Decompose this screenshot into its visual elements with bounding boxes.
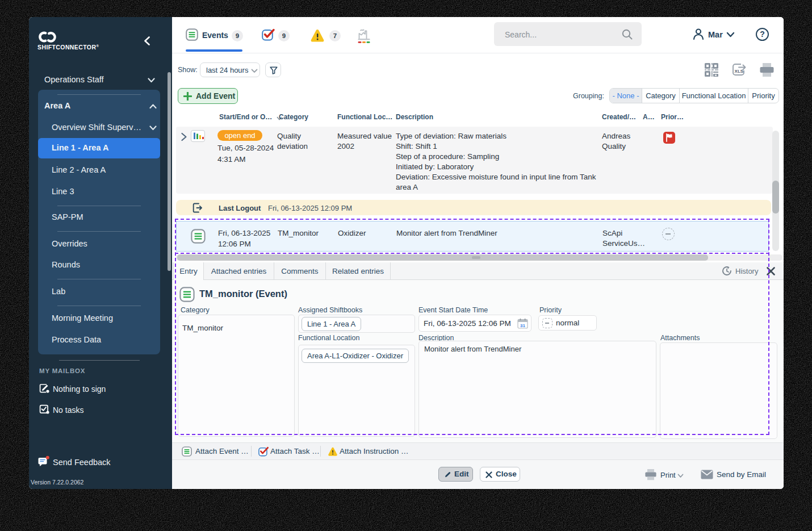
user-name[interactable]: Mar bbox=[708, 30, 723, 39]
column-header-category[interactable]: Category bbox=[279, 113, 308, 121]
close-button[interactable]: Close bbox=[480, 467, 520, 482]
edit-button[interactable]: Edit bbox=[438, 467, 473, 482]
tab-tasks[interactable] bbox=[262, 28, 275, 41]
description-field[interactable]: Monitor alert from TrendMiner bbox=[418, 341, 656, 438]
sidebar-item-sap-pm[interactable]: SAP-PM bbox=[52, 212, 83, 221]
collapse-sidebar-icon[interactable] bbox=[144, 36, 150, 45]
attachments-field[interactable] bbox=[660, 342, 777, 439]
tab-instructions[interactable] bbox=[310, 29, 325, 42]
tab-comments[interactable]: Comments bbox=[274, 262, 326, 279]
selected-created-by-1: ScApi bbox=[602, 228, 622, 239]
sidebar-item-overview-shift-supervisor[interactable]: Overview Shift Superv… bbox=[52, 123, 141, 132]
help-button[interactable]: ? bbox=[756, 28, 769, 41]
logout-icon bbox=[192, 203, 203, 213]
tab-events-label[interactable]: Events bbox=[202, 31, 228, 40]
sidebar-item-line2-area-a[interactable]: Line 2 - Area A bbox=[52, 165, 106, 174]
sidebar-item-nothing-to-sign[interactable]: Nothing to sign bbox=[53, 384, 106, 394]
attach-instruction-button[interactable]: Attach Instruction … bbox=[340, 443, 409, 459]
tab-entry[interactable]: Entry bbox=[173, 262, 204, 280]
priority-field[interactable]: normal bbox=[538, 315, 597, 331]
sidebar-item-morning-meeting[interactable]: Morning Meeting bbox=[52, 313, 113, 323]
scrollbar-thumb[interactable] bbox=[772, 181, 779, 214]
filter-button[interactable] bbox=[265, 62, 281, 77]
sidebar-item-operations-staff[interactable]: Operations Staff bbox=[44, 75, 104, 84]
search-icon[interactable] bbox=[621, 28, 633, 40]
column-header-start-end[interactable]: Start/End or O… bbox=[219, 113, 272, 121]
sidebar-item-rounds[interactable]: Rounds bbox=[52, 260, 80, 269]
show-range-value: last 24 hours bbox=[206, 66, 248, 74]
column-header-functional-location[interactable]: Functional Loc… bbox=[337, 113, 392, 121]
shiftconnector-logo-icon bbox=[37, 31, 57, 43]
grouping-label: Grouping: bbox=[573, 92, 604, 100]
edit-pencil-icon bbox=[445, 471, 451, 478]
detail-footer: Edit Close Print Send by Email bbox=[172, 460, 784, 489]
tab-events[interactable] bbox=[186, 28, 198, 41]
tab-process-data[interactable] bbox=[358, 28, 370, 44]
attach-task-button[interactable]: Attach Task … bbox=[270, 443, 320, 459]
attach-event-button[interactable]: Attach Event … bbox=[195, 443, 249, 459]
splitter-grip[interactable] bbox=[472, 256, 480, 259]
tab-related-entries[interactable]: Related entries bbox=[326, 262, 391, 279]
add-event-button[interactable]: Add Event bbox=[178, 88, 238, 104]
sidebar-item-line1-area-a[interactable]: Line 1 - Area A bbox=[38, 138, 160, 158]
assigned-shiftbooks-field[interactable]: Line 1 - Area A bbox=[298, 315, 415, 333]
divider bbox=[57, 231, 141, 232]
active-tab-underline bbox=[186, 49, 242, 52]
print-icon bbox=[644, 469, 657, 480]
detail-tab-bar: Entry Attached entries Comments Related … bbox=[172, 262, 784, 280]
grouping-option-functional-location[interactable]: Functional Location bbox=[680, 89, 748, 103]
qr-code-button[interactable] bbox=[704, 62, 719, 77]
selected-created-by-2: ServiceUs… bbox=[602, 239, 645, 249]
send-feedback-icon bbox=[37, 455, 50, 467]
last-logout-label: Last Logout bbox=[219, 204, 261, 212]
divider bbox=[59, 360, 140, 361]
sidebar-item-overrides[interactable]: Overrides bbox=[52, 239, 87, 248]
column-header-created[interactable]: Created/… bbox=[602, 113, 636, 121]
priority-none-icon bbox=[662, 228, 675, 240]
user-menu[interactable] bbox=[692, 27, 705, 41]
grouping-option-priority[interactable]: Priority bbox=[748, 89, 778, 103]
column-header-attachments[interactable]: A… bbox=[643, 113, 655, 121]
grouping-option-none[interactable]: - None - bbox=[610, 89, 642, 103]
event-start-input[interactable]: Fri, 06-13-2025 12:06 PM 31 bbox=[418, 315, 531, 332]
sidebar-item-area-a[interactable]: Area A bbox=[44, 101, 70, 110]
functional-location-label: Functional Location bbox=[298, 334, 359, 342]
tab-attached-entries[interactable]: Attached entries bbox=[204, 262, 274, 279]
grouping-option-category[interactable]: Category bbox=[642, 89, 680, 103]
search-input[interactable] bbox=[504, 22, 620, 47]
sidebar-item-no-tasks[interactable]: No tasks bbox=[53, 405, 83, 415]
calendar-icon[interactable]: 31 bbox=[517, 318, 528, 329]
category-field[interactable]: TM_monitor bbox=[178, 315, 295, 437]
print-button[interactable] bbox=[759, 63, 775, 77]
table-vertical-scrollbar[interactable] bbox=[772, 131, 779, 251]
event-row-quality-deviation[interactable]: open end Tue, 05-28-2024 4:31 AM Quality… bbox=[176, 127, 773, 194]
divider bbox=[320, 446, 321, 457]
attach-event-icon bbox=[182, 446, 192, 457]
expand-row-icon[interactable] bbox=[181, 132, 187, 141]
sidebar-item-line3[interactable]: Line 3 bbox=[52, 187, 74, 196]
print-chevron-icon[interactable] bbox=[677, 474, 684, 478]
status-badge-open-end: open end bbox=[217, 130, 262, 141]
functional-location-chip[interactable]: Area A-L1-Oxidizer - Oxidizer bbox=[302, 349, 409, 363]
user-chevron-down-icon[interactable] bbox=[726, 32, 735, 37]
export-xls-button[interactable]: XLS bbox=[732, 62, 747, 77]
sidebar-item-send-feedback[interactable]: Send Feedback bbox=[53, 458, 111, 467]
column-header-description[interactable]: Description bbox=[396, 113, 433, 121]
sidebar-item-process-data[interactable]: Process Data bbox=[52, 335, 101, 344]
history-label[interactable]: History bbox=[735, 267, 758, 275]
history-icon[interactable] bbox=[721, 265, 733, 277]
scrollbar-thumb[interactable] bbox=[177, 254, 708, 261]
shiftbook-chip[interactable]: Line 1 - Area A bbox=[302, 317, 361, 331]
main-content: Events 9 9 7 bbox=[172, 17, 784, 489]
selected-event-row[interactable]: Fri, 06-13-2025 12:06 PM TM_monitor Oxid… bbox=[176, 221, 769, 252]
functional-location-field[interactable]: Area A-L1-Oxidizer - Oxidizer bbox=[298, 345, 415, 437]
process-trend-icon bbox=[358, 28, 370, 44]
sidebar-scrollbar[interactable] bbox=[168, 72, 171, 271]
sidebar-item-lab[interactable]: Lab bbox=[52, 287, 65, 296]
show-range-select[interactable]: last 24 hours bbox=[200, 62, 260, 77]
column-header-priority[interactable]: Prior… bbox=[661, 113, 684, 121]
send-by-email-button[interactable]: Send by Email bbox=[717, 470, 766, 479]
close-detail-icon[interactable] bbox=[766, 266, 776, 276]
last-logout-row[interactable]: Last Logout Fri, 06-13-2025 12:09 PM bbox=[176, 200, 771, 215]
print-button-footer[interactable]: Print bbox=[660, 471, 676, 479]
